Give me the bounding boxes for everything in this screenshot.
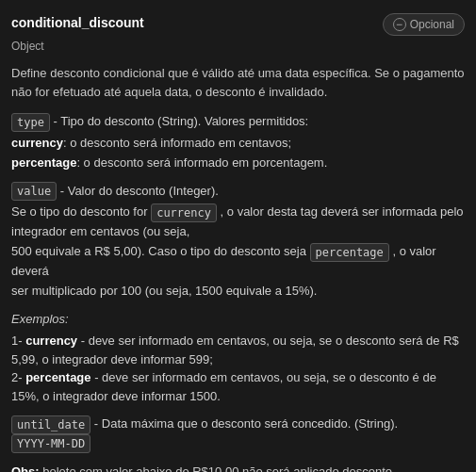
param-until-date: until_date - Data máxima que o desconto … (11, 415, 465, 453)
param-value-detail3: ser multiplicado por 100 (ou seja, 1500 … (11, 282, 465, 301)
percentage-inline-tag: percentage (310, 243, 389, 262)
minus-icon: − (393, 18, 406, 31)
param-until-date-line: until_date - Data máxima que o desconto … (11, 415, 465, 453)
param-value-detail2: 500 equivale a R$ 5,00). Caso o tipo do … (11, 242, 465, 280)
date-format-tag: YYYY-MM-DD (11, 434, 90, 453)
param-type: type - Tipo do desconto (String). Valore… (11, 112, 465, 172)
type-tag: type (11, 113, 50, 132)
param-type-percentage: percentage: o desconto será informado em… (11, 154, 465, 172)
param-value-header: value - Valor do desconto (Integer). (11, 182, 465, 202)
example-1: 1- currency - deve ser informado em cent… (11, 332, 465, 368)
obs-text: Obs: boleto com valor abaixo de R$10,00 … (11, 463, 465, 472)
description: Define desconto condicional que é válido… (11, 64, 465, 101)
field-container: conditional_discount − Opcional Object D… (11, 13, 465, 472)
field-header: conditional_discount − Opcional (11, 13, 465, 36)
until-date-tag: until_date (11, 415, 90, 434)
obs-section: Obs: boleto com valor abaixo de R$10,00 … (11, 463, 465, 472)
examples-section: Exemplos: 1- currency - deve ser informa… (11, 310, 465, 406)
example-2: 2- percentage - deve ser informado em ce… (11, 368, 465, 405)
optional-badge: − Opcional (383, 13, 465, 36)
field-name: conditional_discount (11, 13, 144, 33)
param-type-line1: type - Tipo do desconto (String). Valore… (11, 112, 465, 132)
examples-title: Exemplos: (11, 310, 465, 329)
currency-inline-tag: currency (151, 203, 217, 222)
param-type-currency: currency: o desconto será informado em c… (11, 134, 465, 153)
param-value: value - Valor do desconto (Integer). Se … (11, 182, 465, 301)
param-value-detail1: Se o tipo do desconto for currency , o v… (11, 203, 465, 240)
type-label: Object (11, 38, 465, 55)
value-tag: value (11, 182, 57, 201)
